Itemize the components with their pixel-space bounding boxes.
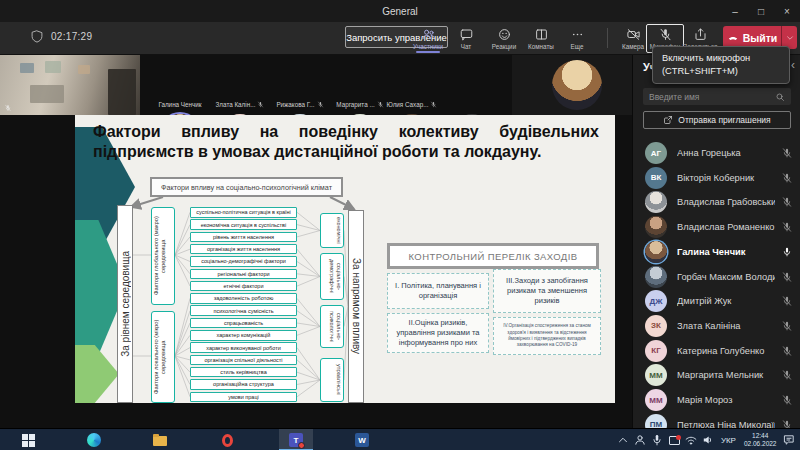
participant-mic-muted-icon[interactable]: [781, 196, 793, 208]
video-content-shape: [108, 69, 136, 115]
factor-item: соціально-демографічні фактори: [190, 256, 297, 267]
language-indicator[interactable]: УКР: [721, 436, 736, 445]
start-button[interactable]: [20, 432, 36, 448]
factor-item: організаційна структура: [190, 379, 297, 390]
edge-icon[interactable]: [86, 432, 102, 448]
tray-mic-icon[interactable]: [650, 433, 664, 447]
participant-mic-muted-icon[interactable]: [781, 394, 793, 406]
influence-group-box: соціально-психологічні: [320, 305, 344, 348]
participant-mic-muted-icon[interactable]: [781, 369, 793, 381]
tray-speaker-icon[interactable]: [701, 433, 715, 447]
factor-item: суспільно-політична ситуація в країні: [190, 207, 297, 218]
tray-network-icon[interactable]: [684, 433, 698, 447]
send-invite-button[interactable]: Отправка приглашения: [643, 111, 791, 129]
participant-mic-muted-icon[interactable]: [781, 345, 793, 357]
checklist-item: IV.Організація спостереження за станом з…: [493, 317, 601, 355]
maximize-button[interactable]: □: [748, 0, 774, 22]
factor-item: економічна ситуація в суспільстві: [190, 219, 297, 230]
camera-off-icon: [626, 27, 641, 42]
participant-mic-muted-icon[interactable]: [781, 295, 793, 307]
participant-row[interactable]: МММарія Мороз: [633, 388, 800, 412]
participant-mic-muted-icon[interactable]: [781, 172, 793, 184]
tray-chevron-up-icon[interactable]: [616, 433, 630, 447]
toolbar-button-smiley[interactable]: Реакции: [485, 24, 523, 53]
participant-name: Злата Калініна: [677, 321, 775, 331]
shared-presentation-slide: Фактори впливу на поведінку колективу бу…: [75, 115, 615, 403]
toolbar-button-rooms[interactable]: Комнаты: [522, 24, 560, 53]
participant-avatar: КГ: [645, 340, 667, 362]
checklist-item: II.Оцінка ризиків, управління ризиками т…: [387, 313, 489, 353]
factor-item: організація спільної діяльності: [190, 355, 297, 366]
search-input[interactable]: Введите имя: [643, 88, 791, 105]
influence-group-box: соціально-демографічні: [320, 253, 344, 300]
participant-row[interactable]: Владислав Романенко: [633, 215, 800, 239]
mic-off-icon: [257, 101, 264, 108]
search-placeholder: Введите имя: [649, 92, 699, 102]
participant-avatar: ММ: [645, 364, 667, 386]
toolbar-button-people[interactable]: Участники: [409, 24, 447, 53]
participant-row[interactable]: Галина Ченчик: [633, 240, 800, 264]
participant-mic-muted-icon[interactable]: [781, 271, 793, 283]
presenter-video-tile[interactable]: [512, 55, 632, 115]
participant-row[interactable]: ЗКЗлата Калініна: [633, 314, 800, 338]
participant-avatar: [645, 266, 667, 288]
group-micro-environment: Фактори локального (мікро) середовища: [151, 311, 175, 403]
participant-avatar: ПМ: [645, 414, 667, 428]
mic-tooltip: Включить микрофон (CTRL+SHIFT+M): [652, 46, 790, 84]
influence-group-box: управлінські: [320, 358, 344, 402]
opera-icon[interactable]: [219, 432, 235, 448]
meeting-timer: 02:17:29: [30, 29, 92, 44]
word-icon[interactable]: W: [354, 432, 370, 448]
participant-row[interactable]: ДЖДмитрій Жук: [633, 289, 800, 313]
axis-influence-direction: За напрямом впливу: [348, 210, 364, 403]
toolbar-button-label: Реакции: [492, 43, 516, 50]
participant-mic-muted-icon[interactable]: [781, 147, 793, 159]
toolbar-button-label: Комнаты: [528, 43, 554, 50]
participant-video-tile[interactable]: [0, 55, 140, 115]
toolbar-button-chat[interactable]: Чат: [447, 24, 485, 53]
video-content-shape: [20, 63, 34, 73]
participant-row[interactable]: КГКатерина Голубенко: [633, 339, 800, 363]
participant-row[interactable]: МММаргарита Мельник: [633, 363, 800, 387]
participant-row[interactable]: Владислав Грабовський: [633, 190, 800, 214]
tray-clock[interactable]: 12:44 02.06.2022: [744, 432, 777, 449]
slide-decor-polygon: [75, 345, 119, 403]
participants-panel: Участники Введите имя Отправка приглашен…: [632, 55, 800, 428]
participant-mic-muted-icon[interactable]: [781, 221, 793, 233]
factor-item: характер комунікацій: [190, 330, 297, 341]
participant-name: Марія Мороз: [677, 395, 775, 405]
participant-mic-on-icon[interactable]: [781, 246, 793, 258]
toolbar-button-label: Участники: [413, 43, 443, 50]
mic-off-icon: [658, 27, 673, 42]
participant-name-text: Галина Ченчик: [158, 101, 201, 108]
participant-row[interactable]: ВКВікторія Коберник: [633, 166, 800, 190]
minimize-button[interactable]: –: [722, 0, 748, 22]
participant-mic-muted-icon[interactable]: [781, 320, 793, 332]
hangup-icon: [727, 32, 739, 44]
diagram-top-box: Фактори впливу на соціально-психологічни…: [150, 177, 343, 197]
search-icon: [775, 92, 785, 102]
chat-icon: [459, 27, 474, 42]
participant-mic-muted-icon[interactable]: [781, 419, 793, 428]
participant-name: Анна Горецька: [677, 148, 775, 158]
participant-row[interactable]: Горбач Максим Володимирович: [633, 265, 800, 289]
participant-avatar: [645, 191, 667, 213]
people-icon: [421, 27, 436, 42]
invite-icon: [663, 115, 673, 125]
chevron-down-icon: [786, 34, 794, 42]
notification-center-icon[interactable]: [782, 433, 796, 447]
participant-name-text: Рижакова Г...: [276, 101, 314, 108]
toolbar-button-more[interactable]: Еще: [558, 24, 596, 53]
participant-row[interactable]: АГАнна Горецька: [633, 141, 800, 165]
tray-person-icon[interactable]: [633, 433, 647, 447]
mic-off-icon: [317, 101, 324, 108]
close-button[interactable]: ×: [774, 0, 800, 22]
file-explorer-icon[interactable]: [152, 432, 168, 448]
teams-meeting-window: General – □ × 02:17:29 Запросить управле…: [0, 0, 800, 450]
tray-screenshare-icon[interactable]: [667, 433, 681, 447]
video-content-shape: [78, 65, 90, 74]
teams-icon[interactable]: T: [288, 432, 304, 448]
participant-row[interactable]: ПМПетлюха Ніна Миколаївна: [633, 413, 800, 428]
panel-collapse-chevron[interactable]: ‹: [791, 58, 795, 72]
influence-group-box: економічні: [320, 213, 344, 248]
